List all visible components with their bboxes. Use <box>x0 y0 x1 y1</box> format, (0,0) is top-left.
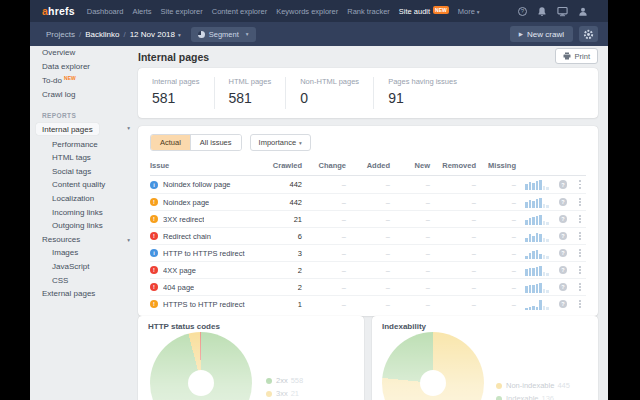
sidebar-item-resources[interactable]: Resources ▾ <box>30 233 138 247</box>
monitor-icon[interactable] <box>557 6 568 17</box>
sidebar-item-internal-pages[interactable]: Internal pages ▾ <box>30 121 138 137</box>
sidebar-subitem[interactable]: Localization <box>30 192 138 206</box>
stat-label: Non-HTML pages <box>300 77 359 86</box>
help-icon[interactable]: ? <box>559 300 568 309</box>
row-menu-kebab-icon[interactable] <box>574 198 586 206</box>
sidebar-subitem[interactable]: Performance <box>30 137 138 151</box>
sidebar-item[interactable]: To-doNEW <box>30 73 138 88</box>
stat-value: 91 <box>388 90 457 106</box>
bell-icon[interactable] <box>537 6 547 17</box>
issue-label[interactable]: Redirect chain <box>163 232 211 241</box>
help-icon[interactable]: ? <box>559 215 568 224</box>
sidebar-subitem[interactable]: Images <box>30 246 138 260</box>
chevron-down-icon: ▾ <box>178 32 181 38</box>
sidebar-item[interactable]: Data explorer <box>30 60 138 74</box>
crawled-value[interactable]: 442 <box>250 180 302 189</box>
top-nav-item[interactable]: Site explorer <box>161 7 203 16</box>
issue-label[interactable]: Noindex follow page <box>163 180 231 189</box>
row-menu-kebab-icon[interactable] <box>574 283 586 291</box>
legend-value: 558 <box>291 376 304 385</box>
sidebar-top-group: Overview Data explorer To-doNEW Crawl lo… <box>30 46 138 101</box>
new-crawl-button[interactable]: ▶New crawl <box>510 26 573 42</box>
crawled-value[interactable]: 3 <box>250 249 302 258</box>
legend-item[interactable]: 2xx 558 <box>266 374 303 387</box>
crawled-value[interactable]: 2 <box>250 283 302 292</box>
new-value: – <box>390 300 430 309</box>
stat-label: Pages having issues <box>388 77 457 86</box>
issue-label[interactable]: 404 page <box>163 283 194 292</box>
help-icon[interactable]: ? <box>559 198 568 207</box>
crawled-value[interactable]: 1 <box>250 300 302 309</box>
sidebar-subitem[interactable]: Social tags <box>30 165 138 179</box>
screenshot-stage: ahrefs Dashboard Alerts Site explorer Co… <box>0 0 640 400</box>
crawled-value[interactable]: 21 <box>250 215 302 224</box>
sidebar-subitem[interactable]: CSS <box>30 273 138 287</box>
history-sparkline[interactable] <box>525 214 552 225</box>
legend-value: 136 <box>542 394 555 400</box>
history-sparkline[interactable] <box>525 197 552 208</box>
row-menu-kebab-icon[interactable] <box>574 249 586 257</box>
row-menu-kebab-icon[interactable] <box>574 300 586 308</box>
importance-dropdown[interactable]: Importance▾ <box>250 134 311 151</box>
sidebar-item-external-pages[interactable]: External pages <box>30 287 138 301</box>
row-menu-kebab-icon[interactable] <box>574 215 586 223</box>
print-button[interactable]: Print <box>555 48 598 64</box>
top-nav-item[interactable]: Keywords explorer <box>276 7 338 16</box>
row-menu-kebab-icon[interactable] <box>574 180 586 188</box>
issue-cell: ! Noindex page <box>150 198 250 207</box>
crawl-date-dropdown[interactable]: 12 Nov 2018▾ <box>130 30 181 39</box>
stat-value: 581 <box>229 90 272 106</box>
help-icon[interactable]: ? <box>559 249 568 258</box>
breadcrumb-projects[interactable]: Projects <box>46 30 75 39</box>
history-sparkline[interactable] <box>525 299 552 310</box>
legend-dot <box>496 396 502 400</box>
top-nav-item[interactable]: Content explorer <box>212 7 267 16</box>
help-icon[interactable]: ? <box>559 232 568 241</box>
help-icon[interactable]: ? <box>559 266 568 275</box>
sidebar-subitem[interactable]: Content quality <box>30 178 138 192</box>
history-sparkline[interactable] <box>525 231 552 242</box>
breadcrumb-site[interactable]: Backlinko <box>85 30 119 39</box>
row-menu-kebab-icon[interactable] <box>574 232 586 240</box>
tab-actual[interactable]: Actual <box>151 135 190 150</box>
crawled-value[interactable]: 6 <box>250 232 302 241</box>
tab-all-issues[interactable]: All issues <box>190 135 241 150</box>
legend-item[interactable]: Non-indexable 445 <box>496 379 570 392</box>
history-sparkline[interactable] <box>525 282 552 293</box>
added-value: – <box>346 283 390 292</box>
legend-item[interactable]: Indexable 136 <box>496 392 570 400</box>
row-menu-kebab-icon[interactable] <box>574 266 586 274</box>
ahrefs-logo[interactable]: ahrefs <box>42 5 75 17</box>
crawled-value[interactable]: 442 <box>250 198 302 207</box>
history-sparkline[interactable] <box>525 179 552 190</box>
issue-label[interactable]: HTTPS to HTTP redirect <box>163 300 245 309</box>
issue-cell: ! HTTPS to HTTP redirect <box>150 300 250 309</box>
issue-label[interactable]: Noindex page <box>163 198 209 207</box>
legend-item[interactable]: 3xx 21 <box>266 387 303 400</box>
top-nav-item[interactable]: Rank tracker <box>347 7 390 16</box>
issue-label[interactable]: 4XX page <box>163 266 196 275</box>
sidebar-subitem[interactable]: HTML tags <box>30 151 138 165</box>
history-sparkline[interactable] <box>525 265 552 276</box>
user-icon[interactable] <box>578 6 588 17</box>
sidebar-item[interactable]: Crawl log <box>30 88 138 102</box>
issue-label[interactable]: 3XX redirect <box>163 215 204 224</box>
sidebar-subitem[interactable]: JavaScript <box>30 260 138 274</box>
issues-table-row: ! 4XX page 2 – – – – – ? <box>150 261 586 278</box>
crawled-value[interactable]: 2 <box>250 266 302 275</box>
top-nav-item[interactable]: Dashboard <box>87 7 124 16</box>
sidebar-subitem[interactable]: Outgoing links <box>30 219 138 233</box>
help-icon[interactable]: ? <box>559 283 568 292</box>
top-nav-item[interactable]: Alerts <box>132 7 151 16</box>
sidebar-subitem[interactable]: Incoming links <box>30 205 138 219</box>
removed-value: – <box>430 249 476 258</box>
help-icon[interactable]: ? <box>518 7 527 16</box>
help-icon[interactable]: ? <box>559 180 568 189</box>
nav-item-more[interactable]: More▾ <box>458 7 480 16</box>
settings-button[interactable] <box>579 26 598 42</box>
sidebar-item[interactable]: Overview <box>30 46 138 60</box>
issue-label[interactable]: HTTP to HTTPS redirect <box>163 249 245 258</box>
history-sparkline[interactable] <box>525 248 552 259</box>
nav-item-site-audit[interactable]: Site auditNEW <box>399 6 449 16</box>
segment-button[interactable]: Segment ▾ <box>191 27 256 42</box>
